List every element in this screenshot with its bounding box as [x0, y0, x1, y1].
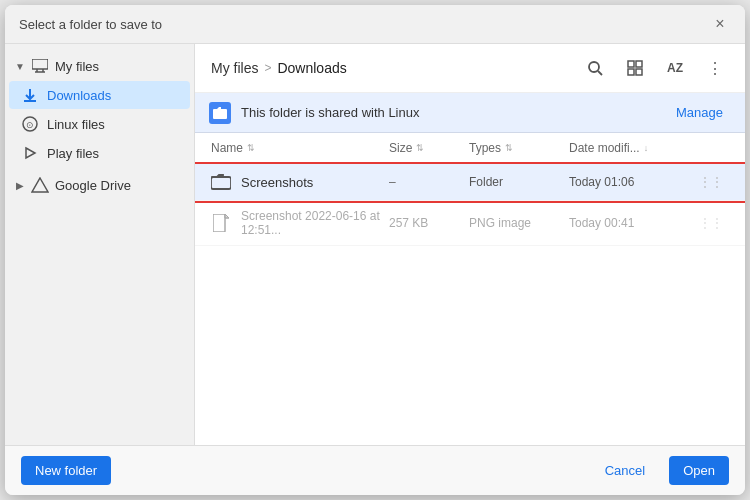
google-drive-label: Google Drive [55, 178, 131, 193]
dialog-footer: New folder Cancel Open [5, 445, 745, 495]
screenshots-date: Today 01:06 [569, 175, 699, 189]
sort-button[interactable]: AZ [661, 54, 689, 82]
sidebar-item-downloads[interactable]: Downloads [9, 81, 190, 109]
screenshots-size: – [389, 175, 469, 189]
play-files-label: Play files [47, 146, 99, 161]
main-header: My files > Downloads [195, 44, 745, 93]
drag-handle-icon[interactable]: ⋮⋮ [699, 175, 729, 189]
grid-view-button[interactable] [621, 54, 649, 82]
file-dialog: Select a folder to save to × ▼ [5, 5, 745, 495]
cancel-button[interactable]: Cancel [591, 456, 659, 485]
png-icon [211, 213, 231, 233]
col-drag-header [699, 141, 729, 155]
footer-right: Cancel Open [591, 456, 729, 485]
play-icon [21, 144, 39, 162]
dialog-title: Select a folder to save to [19, 17, 162, 32]
breadcrumb: My files > Downloads [211, 60, 347, 76]
downloads-label: Downloads [47, 88, 111, 103]
col-type-header: Types ⇅ [469, 141, 569, 155]
svg-marker-8 [26, 148, 35, 158]
main-content: My files > Downloads [195, 44, 745, 445]
png-type: PNG image [469, 216, 569, 230]
shared-folder-icon [209, 102, 231, 124]
sidebar: ▼ My files [5, 44, 195, 445]
size-sort-icon: ⇅ [416, 143, 424, 153]
svg-rect-13 [636, 61, 642, 67]
svg-rect-0 [32, 59, 48, 69]
sidebar-item-play-files[interactable]: Play files [9, 139, 190, 167]
name-sort-icon: ⇅ [247, 143, 255, 153]
shared-banner-text: This folder is shared with Linux [241, 105, 419, 120]
table-header: Name ⇅ Size ⇅ Types ⇅ Date modifi... ↓ [195, 133, 745, 164]
screenshots-type: Folder [469, 175, 569, 189]
svg-text:⊙: ⊙ [26, 120, 34, 130]
row-name-screenshot-file: Screenshot 2022-06-16 at 12:51... [211, 209, 389, 237]
svg-marker-17 [213, 107, 221, 109]
my-files-section: ▼ My files [5, 52, 194, 167]
search-button[interactable] [581, 54, 609, 82]
shared-banner-left: This folder is shared with Linux [209, 102, 419, 124]
svg-rect-14 [628, 69, 634, 75]
col-date-header: Date modifi... ↓ [569, 141, 699, 155]
more-options-button[interactable]: ⋮ [701, 54, 729, 82]
table-row[interactable]: Screenshots – Folder Today 01:06 ⋮⋮ [195, 164, 745, 201]
my-files-chevron-icon: ▼ [13, 59, 27, 73]
drag-handle-icon[interactable]: ⋮⋮ [699, 216, 729, 230]
table-row[interactable]: Screenshot 2022-06-16 at 12:51... 257 KB… [195, 201, 745, 246]
svg-rect-18 [211, 177, 231, 189]
png-date: Today 00:41 [569, 216, 699, 230]
linux-icon: ⊙ [21, 115, 39, 133]
computer-icon [31, 57, 49, 75]
screenshots-name: Screenshots [241, 175, 313, 190]
col-name-header: Name ⇅ [211, 141, 389, 155]
header-actions: AZ ⋮ [581, 54, 729, 82]
download-icon [21, 86, 39, 104]
breadcrumb-root[interactable]: My files [211, 60, 258, 76]
sidebar-item-linux-files[interactable]: ⊙ Linux files [9, 110, 190, 138]
dialog-titlebar: Select a folder to save to × [5, 5, 745, 44]
svg-rect-16 [213, 109, 227, 119]
breadcrumb-separator: > [264, 61, 271, 75]
col-size-header: Size ⇅ [389, 141, 469, 155]
file-table: Name ⇅ Size ⇅ Types ⇅ Date modifi... ↓ [195, 133, 745, 445]
svg-point-10 [589, 62, 599, 72]
png-file-name: Screenshot 2022-06-16 at 12:51... [241, 209, 389, 237]
svg-line-11 [598, 71, 602, 75]
close-button[interactable]: × [709, 13, 731, 35]
svg-rect-19 [213, 214, 225, 232]
breadcrumb-current: Downloads [277, 60, 346, 76]
new-folder-button[interactable]: New folder [21, 456, 111, 485]
row-name-screenshots: Screenshots [211, 172, 389, 192]
manage-button[interactable]: Manage [668, 101, 731, 124]
folder-icon [211, 172, 231, 192]
linux-files-label: Linux files [47, 117, 105, 132]
svg-marker-9 [32, 178, 48, 192]
google-drive-section: ▶ Google Drive [5, 171, 194, 199]
type-sort-icon: ⇅ [505, 143, 513, 153]
google-drive-chevron-icon: ▶ [13, 178, 27, 192]
my-files-header[interactable]: ▼ My files [5, 52, 194, 80]
google-drive-header[interactable]: ▶ Google Drive [5, 171, 194, 199]
png-size: 257 KB [389, 216, 469, 230]
my-files-label: My files [55, 59, 99, 74]
date-sort-icon: ↓ [644, 143, 649, 153]
svg-rect-12 [628, 61, 634, 67]
drive-icon [31, 176, 49, 194]
shared-banner: This folder is shared with Linux Manage [195, 93, 745, 133]
dialog-body: ▼ My files [5, 44, 745, 445]
svg-rect-15 [636, 69, 642, 75]
open-button[interactable]: Open [669, 456, 729, 485]
